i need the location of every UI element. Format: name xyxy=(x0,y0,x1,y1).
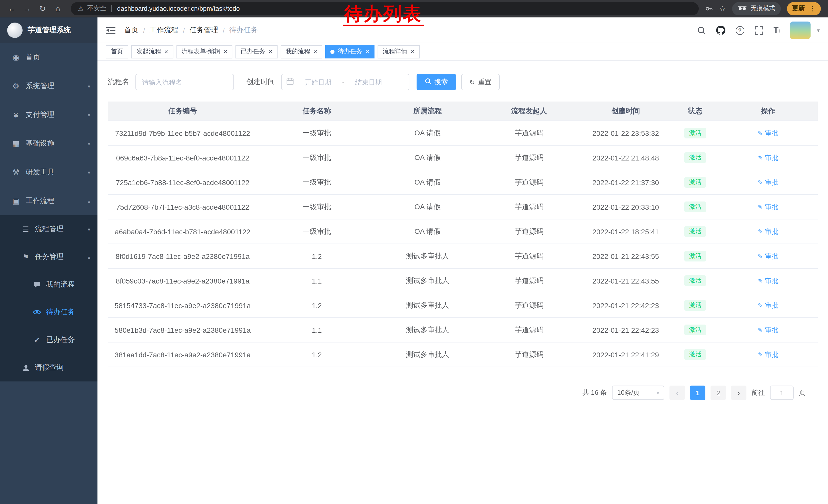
approve-button[interactable]: ✎审批 xyxy=(758,276,778,285)
back-icon[interactable]: ← xyxy=(5,2,18,15)
sidebar: 芋道管理系统 ◉ 首页 ⚙ 系统管理 ▾ ¥ 支付管理 ▾ ▦ xyxy=(0,17,97,504)
sidebar-item-workflow[interactable]: ▣ 工作流程 ▴ xyxy=(0,187,97,215)
date-range-picker[interactable]: - xyxy=(281,74,409,90)
key-icon[interactable] xyxy=(705,4,713,12)
status-badge: 激活 xyxy=(685,250,706,262)
status-badge: 激活 xyxy=(685,201,706,212)
start-date-input[interactable] xyxy=(296,78,340,86)
reload-icon[interactable]: ↻ xyxy=(36,2,49,15)
menu-label: 我的流程 xyxy=(46,280,90,289)
sidebar-item-todo-task[interactable]: 待办任务 xyxy=(0,299,97,326)
app-body: 芋道管理系统 ◉ 首页 ⚙ 系统管理 ▾ ¥ 支付管理 ▾ ▦ xyxy=(0,17,828,504)
sidebar-fold-icon[interactable] xyxy=(106,25,116,35)
menu-label: 系统管理 xyxy=(26,82,88,91)
breadcrumb-item[interactable]: 首页 xyxy=(124,26,138,35)
menu-dots-icon[interactable]: ⋮ xyxy=(809,5,816,12)
goto-label: 前往 xyxy=(752,388,765,397)
search-button[interactable]: 搜索 xyxy=(417,74,456,90)
page-button-1[interactable]: 1 xyxy=(690,385,705,400)
prev-page-button[interactable]: ‹ xyxy=(669,385,685,400)
menu-label: 待办任务 xyxy=(46,308,90,317)
browser-window: ← → ↻ ⌂ ⚠ 不安全 dashboard.yudao.iocoder.cn… xyxy=(0,0,828,504)
font-size-icon[interactable]: T↕ xyxy=(773,26,780,35)
clipboard-icon: ▣ xyxy=(10,196,22,205)
approve-button[interactable]: ✎审批 xyxy=(758,178,778,187)
tab-item[interactable]: 发起流程× xyxy=(131,45,173,58)
col-action: 操作 xyxy=(718,106,818,116)
status-badge: 激活 xyxy=(685,324,706,335)
approve-button[interactable]: ✎审批 xyxy=(758,325,778,334)
tab-close-icon[interactable]: × xyxy=(223,48,227,55)
incognito-icon xyxy=(738,5,747,12)
status-badge: 激活 xyxy=(685,152,706,163)
tab-close-icon[interactable]: × xyxy=(164,48,168,55)
tab-close-icon[interactable]: × xyxy=(366,48,369,55)
search-icon[interactable] xyxy=(697,26,706,35)
update-button[interactable]: 更新 ⋮ xyxy=(787,2,821,15)
tab-item[interactable]: 我的流程× xyxy=(281,45,322,58)
sidebar-item-task-management[interactable]: ⚑ 任务管理 ▴ xyxy=(0,243,97,271)
breadcrumb-separator: / xyxy=(183,27,185,34)
tab-item[interactable]: 已办任务× xyxy=(236,45,277,58)
process-name-input[interactable] xyxy=(135,74,234,90)
tab-label: 发起流程 xyxy=(136,47,161,56)
tools-icon: ⚒ xyxy=(10,168,22,177)
avatar[interactable] xyxy=(790,21,811,39)
tab-close-icon[interactable]: × xyxy=(268,48,272,55)
bookmark-star-icon[interactable]: ☆ xyxy=(719,4,726,13)
end-date-input[interactable] xyxy=(346,78,391,86)
help-icon[interactable]: ? xyxy=(735,26,744,35)
sidebar-item-home[interactable]: ◉ 首页 xyxy=(0,43,97,72)
fullscreen-icon[interactable] xyxy=(754,26,763,35)
page-button-2[interactable]: 2 xyxy=(710,385,726,400)
home-icon[interactable]: ⌂ xyxy=(51,2,65,15)
sidebar-item-my-process[interactable]: 我的流程 xyxy=(0,271,97,299)
tab-label: 流程表单-编辑 xyxy=(181,47,220,56)
tab-item[interactable]: 流程详情× xyxy=(378,45,419,58)
cell-task-name: 1.2 xyxy=(257,301,376,310)
goto-page-input[interactable] xyxy=(770,385,794,400)
breadcrumb-item[interactable]: 任务管理 xyxy=(190,26,218,35)
tab-item[interactable]: 流程表单-编辑× xyxy=(176,45,233,58)
cell-task-id: 8f059c03-7ac8-11ec-a9e2-a2380e71991a xyxy=(108,277,257,285)
sidebar-item-process-management[interactable]: ☰ 流程管理 ▾ xyxy=(0,215,97,243)
menu-label: 首页 xyxy=(26,53,90,62)
annotation-title: 待办列表 xyxy=(343,3,424,27)
refresh-icon: ↻ xyxy=(469,78,475,86)
approve-button[interactable]: ✎审批 xyxy=(758,202,778,212)
tab-close-icon[interactable]: × xyxy=(410,48,414,55)
forward-icon[interactable]: → xyxy=(20,2,34,15)
approve-button[interactable]: ✎审批 xyxy=(758,301,778,310)
cell-process-name: OA 请假 xyxy=(376,129,479,138)
sidebar-item-done-task[interactable]: ✔ 已办任务 xyxy=(0,326,97,354)
tab-item[interactable]: 首页 xyxy=(106,45,128,58)
calendar-icon xyxy=(286,77,294,87)
tab-close-icon[interactable]: × xyxy=(314,48,317,55)
sidebar-item-dev-tools[interactable]: ⚒ 研发工具 ▾ xyxy=(0,158,97,187)
next-page-button[interactable]: › xyxy=(731,385,746,400)
sidebar-item-leave-query[interactable]: 请假查询 xyxy=(0,354,97,381)
avatar-caret-icon[interactable]: ▾ xyxy=(817,27,820,34)
app-logo[interactable]: 芋道管理系统 xyxy=(0,17,97,43)
github-icon[interactable] xyxy=(716,26,725,35)
sidebar-item-infrastructure[interactable]: ▦ 基础设施 ▾ xyxy=(0,129,97,158)
cell-task-id: 8f0d1619-7ac8-11ec-a9e2-a2380e71991a xyxy=(108,252,257,260)
page-size-select[interactable]: 10条/页 ▾ xyxy=(612,385,664,400)
cell-create-time: 2022-01-22 21:37:30 xyxy=(579,178,672,186)
approve-button[interactable]: ✎审批 xyxy=(758,227,778,236)
approve-button[interactable]: ✎审批 xyxy=(758,129,778,138)
approve-label: 审批 xyxy=(765,325,778,334)
reset-button[interactable]: ↻ 重置 xyxy=(461,74,500,90)
cell-process-name: 测试多审批人 xyxy=(376,301,479,310)
cell-status: 激活 xyxy=(672,349,718,360)
breadcrumb-item[interactable]: 工作流程 xyxy=(150,26,178,35)
cell-action: ✎审批 xyxy=(718,178,818,187)
sidebar-item-system-management[interactable]: ⚙ 系统管理 ▾ xyxy=(0,72,97,100)
approve-button[interactable]: ✎审批 xyxy=(758,350,778,359)
table-row: a6aba0a4-7b6d-11ec-b781-acde48001122一级审批… xyxy=(108,220,818,244)
approve-button[interactable]: ✎审批 xyxy=(758,251,778,261)
status-badge: 激活 xyxy=(685,177,706,188)
approve-button[interactable]: ✎审批 xyxy=(758,153,778,162)
sidebar-item-payment-management[interactable]: ¥ 支付管理 ▾ xyxy=(0,100,97,129)
tab-item[interactable]: 待办任务× xyxy=(326,45,374,58)
